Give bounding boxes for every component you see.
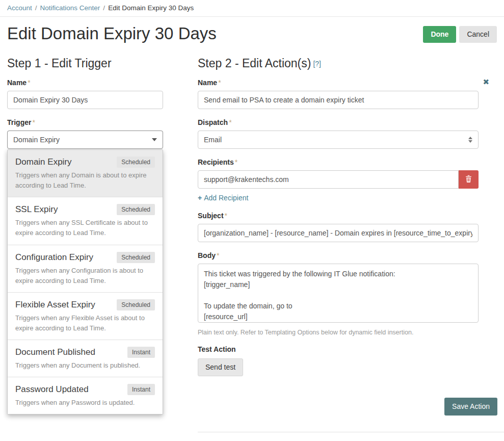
dropdown-option-ssl-expiry[interactable]: SSL Expiry Scheduled Triggers when any S… — [8, 197, 163, 245]
option-title: Password Updated — [15, 384, 89, 395]
required-asterisk: * — [28, 79, 30, 87]
step1-title: Step 1 - Edit Trigger — [7, 57, 163, 70]
breadcrumb-separator: / — [103, 4, 105, 12]
action-name-input[interactable] — [198, 91, 479, 109]
recipients-label: Recipients* — [198, 158, 497, 166]
action-name-label: Name* — [198, 79, 497, 87]
page-header: Edit Domain Expiry 30 Days Done Cancel — [0, 17, 504, 43]
add-recipient-link[interactable]: +Add Recipient — [198, 194, 248, 202]
option-title: Document Published — [15, 347, 95, 357]
trigger-select[interactable]: Domain Expiry — [7, 131, 163, 149]
dispatch-select[interactable]: Email — [198, 131, 479, 149]
dropdown-option-flexible-asset-expiry[interactable]: Flexible Asset Expiry Scheduled Triggers… — [8, 293, 163, 340]
send-test-button[interactable]: Send test — [198, 358, 243, 376]
required-asterisk: * — [225, 212, 227, 220]
main-content: Step 1 - Edit Trigger Name* Trigger* Dom… — [0, 43, 504, 441]
required-asterisk: * — [32, 118, 35, 126]
help-link[interactable]: [?] — [313, 60, 321, 68]
breadcrumb-link-account[interactable]: Account — [7, 4, 32, 12]
option-badge: Instant — [127, 347, 155, 358]
step2-title: Step 2 - Edit Action(s)[?] — [198, 57, 497, 70]
option-description: Triggers when any SSL Certificate is abo… — [15, 218, 155, 238]
option-badge: Instant — [127, 384, 155, 395]
required-asterisk: * — [217, 251, 219, 260]
dropdown-option-password-updated[interactable]: Password Updated Instant Triggers when a… — [8, 377, 163, 414]
required-asterisk: * — [218, 79, 221, 87]
required-asterisk: * — [235, 158, 237, 166]
breadcrumb-current: Edit Domain Expiry 30 Days — [108, 4, 194, 12]
option-title: Domain Expiry — [15, 157, 72, 167]
select-arrows-icon — [468, 137, 472, 143]
option-description: Triggers when any Domain is about to exp… — [15, 170, 155, 191]
body-textarea[interactable]: This ticket was triggered by the followi… — [198, 264, 479, 323]
trash-icon — [465, 175, 472, 184]
page-title: Edit Domain Expiry 30 Days — [7, 24, 217, 43]
step1-trigger-panel: Step 1 - Edit Trigger Name* Trigger* Dom… — [7, 57, 163, 441]
body-label: Body* — [198, 251, 497, 260]
header-actions: Done Cancel — [423, 26, 497, 43]
section-divider — [198, 432, 504, 432]
delete-recipient-button[interactable] — [459, 170, 479, 189]
chevron-down-icon — [152, 138, 157, 141]
subject-input[interactable] — [198, 224, 479, 242]
test-action-label: Test Action — [198, 345, 497, 353]
dispatch-label: Dispatch* — [198, 118, 497, 126]
subject-label: Subject* — [198, 212, 497, 220]
recipient-email-input[interactable] — [198, 170, 459, 189]
cancel-button[interactable]: Cancel — [459, 26, 497, 43]
option-badge: Scheduled — [117, 157, 155, 168]
option-title: SSL Expiry — [15, 204, 58, 215]
body-help-text: Plain text only. Refer to Templating Opt… — [198, 329, 497, 336]
plus-icon: + — [198, 194, 202, 202]
save-action-button[interactable]: Save Action — [444, 398, 497, 416]
trigger-name-label: Name* — [7, 79, 163, 87]
option-description: Triggers when any Configuration is about… — [15, 266, 155, 286]
close-icon[interactable]: ✖ — [483, 78, 489, 86]
save-action-row: Save Action — [198, 398, 497, 416]
dispatch-select-value: Email — [204, 136, 222, 144]
step2-actions-panel: Step 2 - Edit Action(s)[?] ✖ Name* Dispa… — [198, 57, 497, 441]
trigger-name-input[interactable] — [7, 91, 163, 109]
option-title: Flexible Asset Expiry — [15, 300, 95, 310]
option-description: Triggers when any Document is published. — [15, 360, 155, 371]
done-button[interactable]: Done — [423, 26, 456, 43]
dropdown-option-document-published[interactable]: Document Published Instant Triggers when… — [8, 340, 163, 377]
option-description: Triggers when any Flexible Asset is abou… — [15, 313, 155, 333]
dropdown-option-domain-expiry[interactable]: Domain Expiry Scheduled Triggers when an… — [8, 150, 163, 197]
option-description: Triggers when any Password is updated. — [15, 398, 155, 408]
option-badge: Scheduled — [117, 299, 155, 310]
breadcrumb-link-notifications-center[interactable]: Notifications Center — [40, 4, 100, 12]
breadcrumb-separator: / — [35, 4, 37, 12]
trigger-select-value: Domain Expiry — [13, 136, 60, 144]
breadcrumb: Account/Notifications Center/Edit Domain… — [0, 0, 504, 17]
option-title: Configuration Expiry — [15, 252, 93, 263]
trigger-dropdown: Domain Expiry Scheduled Triggers when an… — [7, 149, 163, 414]
option-badge: Scheduled — [117, 204, 155, 215]
recipient-row — [198, 170, 479, 189]
trigger-label: Trigger* — [7, 118, 163, 126]
dropdown-option-configuration-expiry[interactable]: Configuration Expiry Scheduled Triggers … — [8, 245, 163, 293]
option-badge: Scheduled — [117, 252, 155, 263]
required-asterisk: * — [229, 118, 231, 126]
